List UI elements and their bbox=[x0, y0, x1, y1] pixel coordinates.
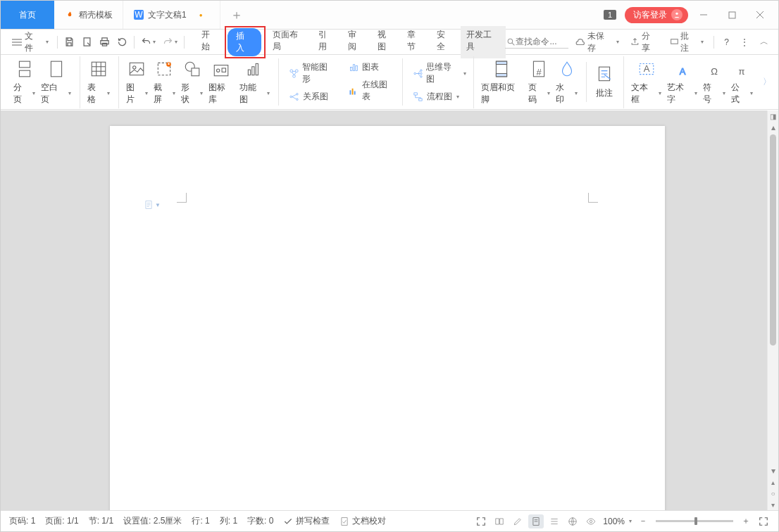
redo-button[interactable]: ▾ bbox=[159, 34, 181, 50]
save-button[interactable] bbox=[61, 34, 78, 50]
status-setvalue[interactable]: 设置值: 2.5厘米 bbox=[122, 514, 183, 528]
status-page-of[interactable]: 页面: 1/1 bbox=[44, 514, 80, 528]
svg-point-41 bbox=[297, 94, 299, 96]
blank-page-button[interactable]: 空白页▾ bbox=[38, 56, 74, 108]
zoom-out[interactable]: － bbox=[636, 513, 650, 529]
equation-button[interactable]: π公式▾ bbox=[728, 56, 756, 108]
window-maximize[interactable] bbox=[719, 4, 744, 25]
zoom-in[interactable]: ＋ bbox=[739, 513, 753, 529]
login-button[interactable]: 访客登录 bbox=[625, 7, 688, 23]
unsaved-button[interactable]: 未保存▾ bbox=[571, 28, 623, 56]
page-canvas[interactable]: ▼ bbox=[110, 126, 665, 510]
print-preview-button[interactable] bbox=[78, 34, 96, 50]
status-section[interactable]: 节: 1/1 bbox=[87, 514, 115, 528]
print-button[interactable] bbox=[96, 34, 113, 50]
smartart-button[interactable]: 智能图形 bbox=[286, 60, 339, 87]
chart-button[interactable]: 图表 bbox=[345, 60, 398, 75]
document-area[interactable]: ▼ bbox=[1, 110, 767, 510]
picture-button[interactable]: 图片▾ bbox=[123, 56, 151, 108]
textbox-button[interactable]: A文本框▾ bbox=[628, 56, 664, 108]
notification-badge[interactable]: 1 bbox=[604, 10, 616, 20]
zoom-knob[interactable] bbox=[694, 517, 697, 525]
properties-pane-icon[interactable]: ◨ bbox=[768, 110, 778, 122]
tab-security[interactable]: 安全 bbox=[431, 26, 459, 58]
web-view-button[interactable] bbox=[565, 514, 580, 528]
tab-view[interactable]: 视图 bbox=[372, 26, 400, 58]
icon-library-button[interactable]: 图标库 bbox=[206, 56, 236, 108]
help-button[interactable]: ? bbox=[720, 35, 733, 49]
page-options-handle[interactable]: ▼ bbox=[144, 199, 161, 210]
prev-page-icon[interactable]: ▴ bbox=[768, 476, 778, 488]
scroll-thumb[interactable] bbox=[770, 134, 776, 346]
relation-button[interactable]: 关系图 bbox=[286, 89, 339, 104]
proofread-button[interactable]: 文档校对 bbox=[338, 514, 387, 528]
next-page-icon[interactable]: ▾ bbox=[768, 499, 778, 510]
tab-templates[interactable]: 稻壳模板 bbox=[54, 1, 123, 29]
fullscreen-button[interactable] bbox=[473, 514, 489, 528]
vertical-scrollbar[interactable]: ◨ ▴ ▾ ▴ ○ ▾ bbox=[767, 110, 778, 510]
flowchart-button[interactable]: 流程图▾ bbox=[410, 89, 469, 104]
window-minimize[interactable] bbox=[691, 4, 716, 25]
watermark-icon bbox=[557, 59, 577, 79]
command-search[interactable] bbox=[505, 35, 568, 49]
picture-icon bbox=[127, 59, 147, 79]
symbol-button[interactable]: Ω符号▾ bbox=[700, 56, 728, 108]
cloud-icon bbox=[575, 37, 585, 47]
page-number-icon: # bbox=[529, 59, 549, 79]
ribbon-overflow[interactable]: 〉 bbox=[761, 55, 773, 109]
table-button[interactable]: 表格▾ bbox=[85, 56, 112, 108]
tab-devtools[interactable]: 开发工具 bbox=[461, 26, 506, 58]
status-col[interactable]: 列: 1 bbox=[218, 514, 239, 528]
more-menu[interactable]: ⋮ bbox=[736, 35, 753, 49]
write-mode-button[interactable] bbox=[510, 514, 525, 528]
tab-document[interactable]: W 文字文稿1 ● bbox=[123, 1, 220, 29]
shape-button[interactable]: 形状▾ bbox=[178, 56, 206, 108]
share-button[interactable]: 分享 bbox=[626, 28, 663, 56]
online-chart-button[interactable]: 在线图表 bbox=[345, 77, 398, 104]
equation-icon: π bbox=[732, 59, 752, 79]
zoom-label[interactable]: 100% ▾ bbox=[602, 515, 633, 528]
tab-page-layout[interactable]: 页面布局 bbox=[267, 26, 312, 58]
tab-start[interactable]: 开始 bbox=[196, 26, 224, 58]
svg-rect-33 bbox=[222, 68, 225, 71]
screenshot-button[interactable]: 截屏▾ bbox=[151, 56, 178, 108]
search-input[interactable] bbox=[516, 37, 558, 46]
eye-protect-button[interactable] bbox=[583, 514, 599, 528]
page-break-button[interactable]: 分页▾ bbox=[11, 56, 38, 108]
function-chart-button[interactable]: 功能图▾ bbox=[237, 56, 273, 108]
annotate-button[interactable]: 批注▾ bbox=[666, 28, 709, 56]
file-menu[interactable]: 文件 ▾ bbox=[6, 28, 54, 56]
status-page-no[interactable]: 页码: 1 bbox=[8, 514, 37, 528]
online-chart-icon bbox=[348, 85, 359, 96]
wps-word-icon: W bbox=[133, 10, 144, 20]
tab-reference[interactable]: 引用 bbox=[313, 26, 341, 58]
wordart-button[interactable]: A艺术字▾ bbox=[664, 56, 700, 108]
refresh-button[interactable] bbox=[113, 34, 131, 50]
tab-chapter[interactable]: 章节 bbox=[401, 26, 430, 58]
tab-review[interactable]: 审阅 bbox=[342, 26, 370, 58]
tab-new[interactable]: ＋ bbox=[220, 1, 253, 29]
undo-button[interactable]: ▾ bbox=[137, 34, 159, 50]
outline-view-button[interactable] bbox=[547, 514, 562, 528]
status-wordcount[interactable]: 字数: 0 bbox=[246, 514, 275, 528]
comment-button[interactable]: 批注 bbox=[591, 62, 618, 102]
mindmap-button[interactable]: 思维导图▾ bbox=[410, 60, 469, 87]
zoom-slider[interactable] bbox=[656, 520, 733, 522]
shape-icon bbox=[182, 59, 202, 79]
watermark-button[interactable]: 水印▾ bbox=[553, 56, 580, 108]
reading-view-button[interactable] bbox=[492, 514, 507, 528]
page-view-button[interactable] bbox=[528, 514, 544, 528]
page-number-button[interactable]: #页码▾ bbox=[525, 56, 553, 108]
tab-home[interactable]: 首页 bbox=[1, 1, 54, 29]
spellcheck-button[interactable]: 拼写检查 bbox=[282, 514, 331, 528]
status-line[interactable]: 行: 1 bbox=[190, 514, 211, 528]
header-footer-button[interactable]: 页眉和页脚 bbox=[478, 56, 525, 108]
scroll-down[interactable]: ▾ bbox=[768, 465, 778, 476]
fit-page-button[interactable] bbox=[756, 514, 771, 528]
collapse-ribbon[interactable]: ︿ bbox=[756, 34, 773, 50]
tab-insert[interactable]: 插入 bbox=[228, 28, 261, 56]
window-close[interactable] bbox=[747, 4, 773, 25]
share-icon bbox=[630, 37, 640, 46]
scroll-up[interactable]: ▴ bbox=[768, 122, 778, 133]
browse-object-icon[interactable]: ○ bbox=[768, 488, 778, 499]
